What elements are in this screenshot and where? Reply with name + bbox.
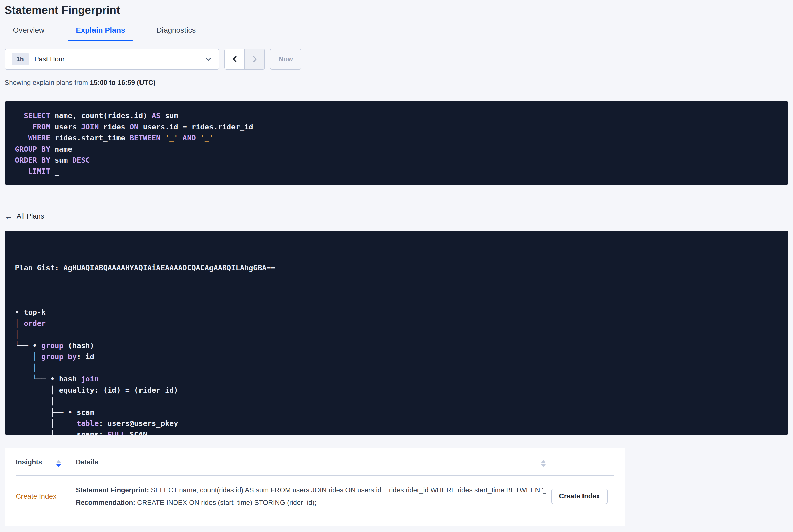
page-title: Statement Fingerprint (4, 3, 789, 16)
all-plans-link[interactable]: ← All Plans (4, 212, 44, 220)
insights-sort-header[interactable]: Insights (16, 458, 42, 469)
sort-down-triangle (541, 464, 546, 467)
chevron-right-icon (250, 55, 259, 63)
plan-gist-box: Plan Gist: AgHUAQIABQAAAAHYAQIAiAEAAAADC… (4, 231, 789, 435)
prev-time-button[interactable] (225, 49, 244, 69)
column-header-details: Details (76, 458, 546, 469)
time-range-label: Past Hour (34, 55, 65, 63)
column-header-insights: Insights (16, 458, 76, 469)
create-index-button[interactable]: Create Index (551, 489, 607, 504)
time-range-text: 15:00 to 16:59 (UTC) (90, 79, 156, 87)
sort-icon-insights[interactable] (56, 460, 61, 467)
time-step-group (224, 49, 265, 70)
showing-text: Showing explain plans from 15:00 to 16:5… (4, 79, 789, 87)
tab-overview[interactable]: Overview (5, 25, 52, 41)
time-range-badge: 1h (12, 53, 29, 65)
tab-explain-plans-label: Explain Plans (76, 26, 125, 34)
back-arrow-icon: ← (4, 212, 13, 220)
plan-tree: • top-k│ order│└── • group (hash) │ grou… (15, 307, 781, 435)
chevron-down-icon (205, 55, 212, 63)
tab-diagnostics[interactable]: Diagnostics (149, 25, 203, 41)
tab-explain-plans[interactable]: Explain Plans (68, 25, 133, 41)
sort-up-triangle (56, 460, 61, 463)
fingerprint-text: SELECT name, count(rides.id) AS sum FROM… (149, 486, 546, 494)
now-button[interactable]: Now (270, 49, 301, 70)
time-range-select[interactable]: 1h Past Hour (4, 49, 219, 70)
tab-overview-label: Overview (13, 26, 44, 34)
sort-down-triangle (56, 464, 61, 467)
recommendation-label: Recommendation: (76, 499, 135, 507)
chevron-left-icon (230, 55, 239, 63)
tab-bar: Overview Explain Plans Diagnostics (5, 25, 789, 41)
page: Statement Fingerprint Overview Explain P… (0, 3, 793, 526)
sort-icon-details[interactable] (541, 460, 546, 467)
plan-gist-line: Plan Gist: AgHUAQIABQAAAAHYAQIAiAEAAAADC… (15, 262, 781, 273)
tab-diagnostics-label: Diagnostics (156, 26, 195, 34)
plan-gist-value: AgHUAQIABQAAAAHYAQIAiAEAAAADCQACAgAABQIL… (63, 264, 275, 272)
insights-card: Insights Details Create Index Statement … (4, 448, 625, 526)
fingerprint-label: Statement Fingerprint: (76, 486, 149, 494)
all-plans-label: All Plans (17, 212, 44, 220)
sort-up-triangle (541, 460, 546, 463)
section-divider (4, 204, 789, 204)
recommendation-line: Recommendation: CREATE INDEX ON rides (s… (76, 498, 546, 507)
recommendation-text: CREATE INDEX ON rides (start_time) STORI… (135, 499, 316, 507)
showing-prefix: Showing explain plans from (4, 79, 90, 87)
fingerprint-line: Statement Fingerprint: SELECT name, coun… (76, 486, 546, 494)
create-index-link[interactable]: Create Index (16, 492, 76, 500)
plan-gist-prefix: Plan Gist: (15, 264, 63, 272)
insights-table-header: Insights Details (16, 458, 614, 476)
next-time-button[interactable] (244, 49, 264, 69)
table-row: Create Index Statement Fingerprint: SELE… (16, 476, 614, 517)
time-controls: 1h Past Hour Now (4, 49, 789, 70)
details-cell: Statement Fingerprint: SELECT name, coun… (76, 486, 546, 507)
sql-statement-box: SELECT name, count(rides.id) AS sum FROM… (4, 101, 789, 185)
details-sort-header[interactable]: Details (76, 458, 98, 469)
